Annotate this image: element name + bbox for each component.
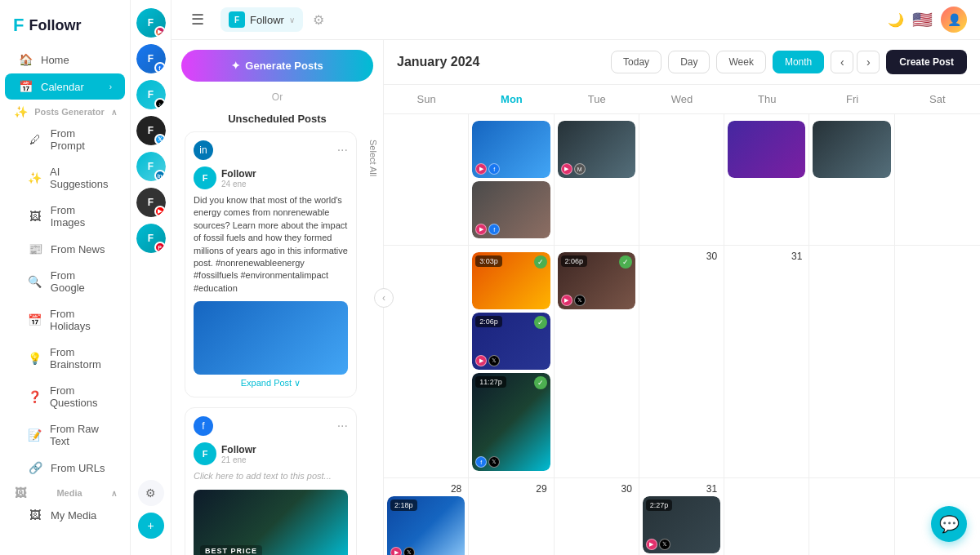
cal-cell-r1-tue[interactable]: ▶ M [555, 114, 639, 246]
cal-cell-r1-wed[interactable] [639, 114, 724, 246]
sidebar-item-ai-suggestions[interactable]: ✨ AI Suggestions [5, 159, 125, 197]
sidebar-item-my-media[interactable]: 🖼 My Media [5, 502, 125, 528]
flag-icon[interactable]: 🇺🇸 [912, 10, 933, 29]
select-all-btn[interactable]: Select All [368, 131, 378, 176]
add-col-btn[interactable]: + [138, 513, 164, 539]
hamburger-button[interactable]: ☰ [185, 7, 211, 32]
sidebar-item-from-google[interactable]: 🔍 From Google [5, 263, 125, 300]
top-header: ☰ F Followr ∨ ⚙ 🌙 🇺🇸 👤 [172, 0, 980, 40]
post-thumb[interactable]: 3:03p ✓ [472, 252, 550, 309]
pin-badge: P [154, 242, 166, 253]
avatar-4[interactable]: F 𝕏 [136, 116, 166, 145]
avatar-7[interactable]: F P [136, 224, 166, 253]
ig-badge: ▶ [390, 547, 402, 555]
cal-cell-r3-sun[interactable]: 28 2:18p ▶ 𝕏 [384, 478, 469, 555]
post-icons: ▶ f [475, 224, 500, 235]
avatar-1[interactable]: F ▶ [136, 8, 166, 38]
expand-post-btn-1[interactable]: Expand Post ∨ [194, 375, 348, 388]
create-post-btn[interactable]: Create Post [886, 50, 967, 74]
cal-cell-r2-tue[interactable]: 2:06p ✓ ▶ 𝕏 [555, 246, 639, 478]
post-icons: ▶ 𝕏 [646, 539, 670, 550]
post-image-1 [194, 301, 348, 375]
my-media-icon: 🖼 [28, 508, 42, 522]
post-thumb[interactable]: 2:27p ▶ 𝕏 [643, 496, 720, 553]
avatar-3[interactable]: F ♪ [136, 80, 166, 109]
cal-cell-r2-sun[interactable] [384, 246, 469, 478]
chat-button[interactable]: 💬 [931, 506, 967, 542]
post-more-btn-2[interactable]: ··· [337, 419, 348, 433]
section-caret-icon: ∧ [111, 108, 117, 117]
sidebar-item-from-raw-text[interactable]: 📝 From Raw Text [5, 416, 125, 454]
user-avatar[interactable]: 👤 [941, 7, 967, 33]
google-icon: 🔍 [28, 275, 42, 288]
cal-cell-r3-wed[interactable]: 31 2:27p ▶ 𝕏 12:07p [639, 478, 724, 555]
moon-icon[interactable]: 🌙 [888, 12, 904, 28]
post-time-1: 24 ene [221, 180, 256, 189]
day-btn[interactable]: Day [668, 51, 710, 73]
or-divider: Or [172, 91, 383, 103]
sidebar-item-home[interactable]: 🏠 Home [5, 47, 125, 73]
post-thumb[interactable]: ▶ f [472, 121, 550, 178]
day-header-thu: Thu [724, 85, 809, 113]
post-thumb[interactable]: 2:06p ✓ ▶ 𝕏 [472, 313, 550, 370]
sidebar-item-from-brainstorm[interactable]: 💡 From Brainstorm [5, 340, 125, 377]
week-btn[interactable]: Week [716, 51, 765, 73]
cal-cell-r1-sun[interactable] [384, 114, 469, 246]
generate-posts-button[interactable]: ✦ Generate Posts [181, 50, 373, 82]
month-btn[interactable]: Month [773, 51, 824, 73]
avatar-column: F ▶ F f F ♪ F 𝕏 F in F ▶ F P ⚙ + [131, 0, 172, 555]
post-text-2[interactable]: Click here to add text to this post... [194, 470, 348, 482]
thumb-img [813, 121, 890, 178]
followr-tab[interactable]: F Followr ∨ [220, 7, 303, 32]
sidebar-item-from-news[interactable]: 📰 From News [5, 236, 125, 262]
cal-cell-r2-thu[interactable]: 31 [724, 246, 809, 478]
sidebar-item-from-holidays[interactable]: 📅 From Holidays [5, 301, 125, 339]
cal-cell-r1-sat[interactable] [895, 114, 980, 246]
avatar-6[interactable]: F ▶ [136, 188, 166, 217]
cal-date: 31 [643, 482, 720, 496]
cal-cell-r2-wed[interactable]: 30 [639, 246, 724, 478]
day-header-mon: Mon [469, 85, 554, 113]
cal-cell-r3-mon[interactable]: 29 [469, 478, 554, 555]
cal-cell-r2-fri[interactable] [809, 246, 894, 478]
sidebar-item-from-urls[interactable]: 🔗 From URLs [5, 455, 125, 481]
sidebar-item-from-questions[interactable]: ❓ From Questions [5, 378, 125, 415]
post-thumb[interactable]: 2:06p ✓ ▶ 𝕏 [558, 252, 635, 309]
cal-cell-r2-sat[interactable] [895, 246, 980, 478]
post-thumb[interactable]: ▶ f [472, 181, 550, 238]
post-thumb-tall[interactable]: 11:27p ✓ f 𝕏 [472, 373, 550, 471]
section-label: Media [56, 488, 82, 498]
prev-btn[interactable]: ‹ [831, 51, 853, 73]
x-badge: 𝕏 [574, 295, 586, 306]
posts-generator-section[interactable]: ✨ Posts Generator ∧ [0, 100, 130, 120]
settings-icon[interactable]: ⚙ [313, 12, 324, 28]
post-thumb[interactable]: 2:18p ▶ 𝕏 [387, 496, 465, 555]
cal-cell-r3-thu[interactable] [724, 478, 809, 555]
sidebar-item-calendar[interactable]: 📅 Calendar › [5, 73, 125, 100]
post-more-btn-1[interactable]: ··· [337, 143, 348, 158]
cal-date: 30 [643, 249, 720, 264]
unscheduled-panel: ✦ Generate Posts Or Unscheduled Posts in… [172, 40, 384, 555]
cal-cell-r3-fri[interactable] [809, 478, 894, 555]
cal-cell-r1-fri[interactable] [809, 114, 894, 246]
post-time-2: 21 ene [221, 455, 256, 464]
post-thumb[interactable] [728, 121, 805, 178]
followr-tab-logo: F [229, 11, 245, 28]
sidebar-item-from-prompt[interactable]: 🖊 From Prompt [5, 121, 125, 158]
media-section[interactable]: 🖼 Media ∧ [0, 482, 130, 501]
chevron-right-icon: › [109, 82, 112, 91]
cal-cell-r3-tue[interactable]: 30 [555, 478, 639, 555]
post-thumb[interactable]: ▶ M [558, 121, 635, 178]
avatar-5[interactable]: F in [136, 152, 166, 181]
sidebar-item-from-images[interactable]: 🖼 From Images [5, 198, 125, 235]
cal-cell-r1-thu[interactable] [724, 114, 809, 246]
today-btn[interactable]: Today [611, 51, 662, 73]
next-btn[interactable]: › [857, 51, 880, 73]
cal-cell-r1-mon[interactable]: ▶ f ▶ f [469, 114, 554, 246]
cal-cell-r2-mon[interactable]: 3:03p ✓ 2:06p ✓ ▶ 𝕏 [469, 246, 554, 478]
settings-col-btn[interactable]: ⚙ [138, 480, 164, 506]
panel-collapse-btn[interactable]: ‹ [374, 288, 394, 308]
avatar-2[interactable]: F f [136, 44, 166, 73]
home-icon: 🏠 [18, 53, 33, 66]
post-thumb[interactable] [813, 121, 890, 178]
